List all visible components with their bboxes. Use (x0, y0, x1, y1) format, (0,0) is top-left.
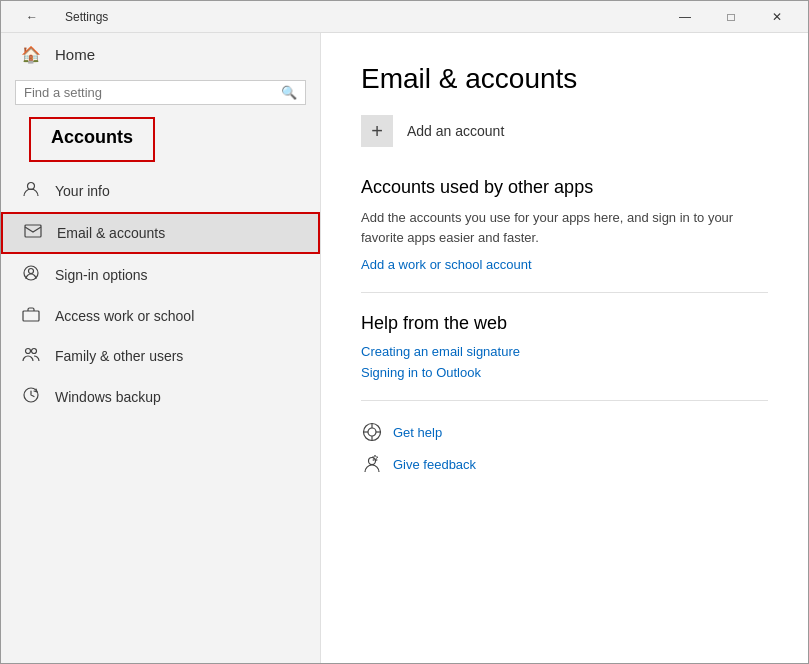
svg-point-6 (32, 349, 37, 354)
minimize-button[interactable]: — (662, 1, 708, 33)
svg-point-8 (368, 428, 376, 436)
svg-rect-4 (23, 311, 39, 321)
signing-in-outlook-link[interactable]: Signing in to Outlook (361, 365, 768, 380)
title-bar-title: Settings (65, 10, 108, 24)
sign-in-icon (21, 264, 41, 286)
home-icon: 🏠 (21, 45, 41, 64)
content-area: Email & accounts + Add an account Accoun… (321, 33, 808, 664)
sign-in-label: Sign-in options (55, 267, 148, 283)
sidebar-item-family[interactable]: Family & other users (1, 336, 320, 376)
backup-label: Windows backup (55, 389, 161, 405)
title-bar-left: ← Settings (9, 1, 108, 33)
help-heading: Help from the web (361, 313, 768, 334)
email-accounts-label: Email & accounts (57, 225, 165, 241)
sidebar: 🏠 Home 🔍 Accounts Your info (1, 33, 321, 664)
title-bar-controls: — □ ✕ (662, 1, 800, 33)
get-help-link[interactable]: Get help (393, 425, 442, 440)
sidebar-item-sign-in[interactable]: Sign-in options (1, 254, 320, 296)
backup-icon (21, 386, 41, 408)
email-icon (23, 224, 43, 242)
close-button[interactable]: ✕ (754, 1, 800, 33)
search-input[interactable] (24, 85, 281, 100)
sidebar-item-backup[interactable]: Windows backup (1, 376, 320, 418)
your-info-icon (21, 180, 41, 202)
maximize-button[interactable]: □ (708, 1, 754, 33)
sidebar-item-your-info[interactable]: Your info (1, 170, 320, 212)
accounts-used-heading: Accounts used by other apps (361, 177, 768, 198)
search-box[interactable]: 🔍 (15, 80, 306, 105)
svg-point-5 (26, 349, 31, 354)
get-help-icon (361, 421, 383, 443)
give-feedback-icon (361, 453, 383, 475)
sidebar-item-email-accounts[interactable]: Email & accounts (1, 212, 320, 254)
add-account-label: Add an account (407, 123, 504, 139)
page-title: Email & accounts (361, 63, 768, 95)
add-account-button[interactable]: + (361, 115, 393, 147)
creating-email-sig-link[interactable]: Creating an email signature (361, 344, 768, 359)
svg-point-3 (29, 269, 34, 274)
svg-point-13 (369, 458, 376, 465)
give-feedback-link[interactable]: Give feedback (393, 457, 476, 472)
search-icon: 🔍 (281, 85, 297, 100)
main-layout: 🏠 Home 🔍 Accounts Your info (1, 33, 808, 664)
sidebar-item-home[interactable]: 🏠 Home (1, 33, 320, 76)
add-work-school-link[interactable]: Add a work or school account (361, 257, 768, 272)
back-button[interactable]: ← (9, 1, 55, 33)
get-help-row: Get help (361, 421, 768, 443)
add-account-row: + Add an account (361, 115, 768, 147)
access-work-icon (21, 306, 41, 326)
svg-rect-1 (25, 225, 41, 237)
sidebar-item-access-work[interactable]: Access work or school (1, 296, 320, 336)
give-feedback-row: Give feedback (361, 453, 768, 475)
access-work-label: Access work or school (55, 308, 194, 324)
family-icon (21, 346, 41, 366)
divider-2 (361, 400, 768, 401)
accounts-section-title: Accounts (29, 117, 155, 162)
accounts-used-desc: Add the accounts you use for your apps h… (361, 208, 768, 247)
your-info-label: Your info (55, 183, 110, 199)
divider-1 (361, 292, 768, 293)
sidebar-home-label: Home (55, 46, 95, 63)
family-label: Family & other users (55, 348, 183, 364)
title-bar: ← Settings — □ ✕ (1, 1, 808, 33)
